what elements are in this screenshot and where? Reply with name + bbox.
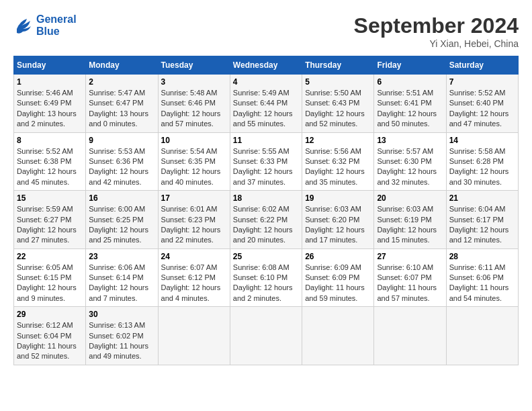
week-row-1: 1 Sunrise: 5:46 AMSunset: 6:49 PMDayligh… bbox=[14, 75, 519, 133]
weekday-header-row: Sunday Monday Tuesday Wednesday Thursday… bbox=[14, 56, 519, 75]
header-friday: Friday bbox=[374, 56, 446, 75]
empty-cell-2 bbox=[230, 307, 302, 365]
day-cell-15: 15 Sunrise: 5:59 AMSunset: 6:27 PMDaylig… bbox=[14, 191, 86, 249]
day-cell-19: 19 Sunrise: 6:03 AMSunset: 6:20 PMDaylig… bbox=[302, 191, 374, 249]
day-cell-3: 3 Sunrise: 5:48 AMSunset: 6:46 PMDayligh… bbox=[158, 75, 230, 133]
logo: General Blue bbox=[13, 13, 77, 38]
day-cell-26: 26 Sunrise: 6:09 AMSunset: 6:09 PMDaylig… bbox=[302, 248, 374, 307]
day-cell-24: 24 Sunrise: 6:07 AMSunset: 6:12 PMDaylig… bbox=[158, 248, 230, 307]
day-cell-30: 30 Sunrise: 6:13 AMSunset: 6:02 PMDaylig… bbox=[86, 307, 158, 365]
day-cell-8: 8 Sunrise: 5:52 AMSunset: 6:38 PMDayligh… bbox=[14, 132, 86, 191]
day-cell-18: 18 Sunrise: 6:02 AMSunset: 6:22 PMDaylig… bbox=[230, 191, 302, 249]
empty-cell-1 bbox=[158, 307, 230, 365]
week-row-3: 15 Sunrise: 5:59 AMSunset: 6:27 PMDaylig… bbox=[14, 191, 519, 249]
header-monday: Monday bbox=[86, 56, 158, 75]
empty-cell-4 bbox=[374, 307, 446, 365]
day-cell-25: 25 Sunrise: 6:08 AMSunset: 6:10 PMDaylig… bbox=[230, 248, 302, 307]
day-cell-14: 14 Sunrise: 5:58 AMSunset: 6:28 PMDaylig… bbox=[446, 132, 518, 191]
title-block: September 2024 Yi Xian, Hebei, China bbox=[354, 13, 519, 49]
day-cell-11: 11 Sunrise: 5:55 AMSunset: 6:33 PMDaylig… bbox=[230, 132, 302, 191]
day-cell-1: 1 Sunrise: 5:46 AMSunset: 6:49 PMDayligh… bbox=[14, 75, 86, 133]
header-thursday: Thursday bbox=[302, 56, 374, 75]
day-cell-29: 29 Sunrise: 6:12 AMSunset: 6:04 PMDaylig… bbox=[14, 307, 86, 365]
day-cell-6: 6 Sunrise: 5:51 AMSunset: 6:41 PMDayligh… bbox=[374, 75, 446, 133]
day-cell-12: 12 Sunrise: 5:56 AMSunset: 6:32 PMDaylig… bbox=[302, 132, 374, 191]
day-cell-16: 16 Sunrise: 6:00 AMSunset: 6:25 PMDaylig… bbox=[86, 191, 158, 249]
day-cell-20: 20 Sunrise: 6:03 AMSunset: 6:19 PMDaylig… bbox=[374, 191, 446, 249]
day-cell-17: 17 Sunrise: 6:01 AMSunset: 6:23 PMDaylig… bbox=[158, 191, 230, 249]
week-row-5: 29 Sunrise: 6:12 AMSunset: 6:04 PMDaylig… bbox=[14, 307, 519, 365]
day-cell-21: 21 Sunrise: 6:04 AMSunset: 6:17 PMDaylig… bbox=[446, 191, 518, 249]
calendar-table: Sunday Monday Tuesday Wednesday Thursday… bbox=[13, 56, 519, 365]
logo-text: General Blue bbox=[36, 13, 77, 38]
day-cell-28: 28 Sunrise: 6:11 AMSunset: 6:06 PMDaylig… bbox=[446, 248, 518, 307]
day-cell-27: 27 Sunrise: 6:10 AMSunset: 6:07 PMDaylig… bbox=[374, 248, 446, 307]
empty-cell-5 bbox=[446, 307, 518, 365]
day-cell-22: 22 Sunrise: 6:05 AMSunset: 6:15 PMDaylig… bbox=[14, 248, 86, 307]
week-row-4: 22 Sunrise: 6:05 AMSunset: 6:15 PMDaylig… bbox=[14, 248, 519, 307]
day-cell-2: 2 Sunrise: 5:47 AMSunset: 6:47 PMDayligh… bbox=[86, 75, 158, 133]
day-cell-23: 23 Sunrise: 6:06 AMSunset: 6:14 PMDaylig… bbox=[86, 248, 158, 307]
day-cell-9: 9 Sunrise: 5:53 AMSunset: 6:36 PMDayligh… bbox=[86, 132, 158, 191]
page-header: General Blue September 2024 Yi Xian, Heb… bbox=[13, 13, 519, 49]
week-row-2: 8 Sunrise: 5:52 AMSunset: 6:38 PMDayligh… bbox=[14, 132, 519, 191]
day-cell-5: 5 Sunrise: 5:50 AMSunset: 6:43 PMDayligh… bbox=[302, 75, 374, 133]
header-saturday: Saturday bbox=[446, 56, 518, 75]
day-cell-13: 13 Sunrise: 5:57 AMSunset: 6:30 PMDaylig… bbox=[374, 132, 446, 191]
empty-cell-3 bbox=[302, 307, 374, 365]
header-wednesday: Wednesday bbox=[230, 56, 302, 75]
month-title: September 2024 bbox=[354, 13, 519, 38]
day-cell-4: 4 Sunrise: 5:49 AMSunset: 6:44 PMDayligh… bbox=[230, 75, 302, 133]
day-cell-7: 7 Sunrise: 5:52 AMSunset: 6:40 PMDayligh… bbox=[446, 75, 518, 133]
header-sunday: Sunday bbox=[14, 56, 86, 75]
header-tuesday: Tuesday bbox=[158, 56, 230, 75]
location-text: Yi Xian, Hebei, China bbox=[354, 38, 519, 49]
logo-icon bbox=[13, 15, 34, 36]
day-cell-10: 10 Sunrise: 5:54 AMSunset: 6:35 PMDaylig… bbox=[158, 132, 230, 191]
